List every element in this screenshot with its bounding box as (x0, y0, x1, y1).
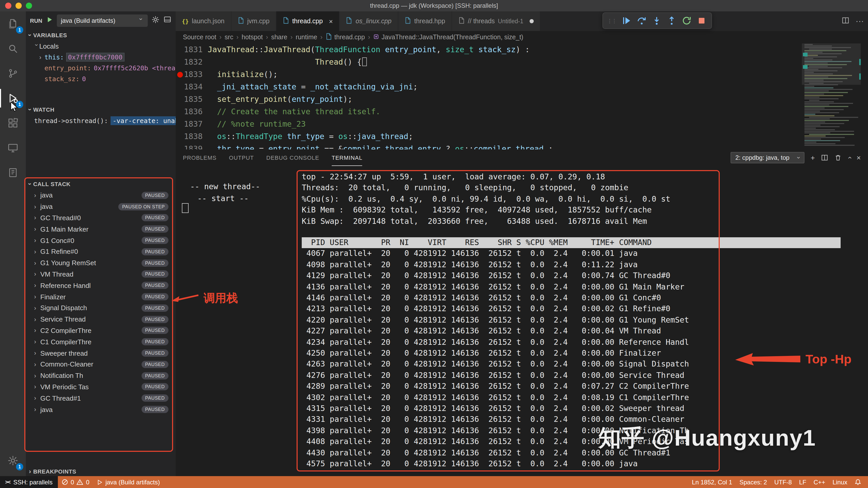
close-window-button[interactable] (5, 3, 11, 9)
variables-group-locals[interactable]: ›Locals (26, 41, 176, 52)
call-stack-thread[interactable]: ›Notification ThPAUSED (26, 370, 176, 381)
debug-config-select[interactable]: java (Build artifacts) › (57, 14, 148, 27)
breadcrumb-item[interactable]: thread.cpp (326, 33, 365, 41)
call-stack-thread[interactable]: ›javaPAUSED ON STEP (26, 201, 176, 212)
call-stack-thread[interactable]: ›Common-CleanerPAUSED (26, 359, 176, 370)
call-stack-thread[interactable]: ›VM ThreadPAUSED (26, 268, 176, 280)
status-item[interactable]: Spaces: 2 (736, 476, 771, 488)
breakpoint-gutter[interactable] (176, 68, 184, 81)
breadcrumb-item[interactable]: runtime (296, 34, 317, 41)
tab-thread-hpp[interactable]: thread.hpp (398, 11, 452, 31)
run-config-status[interactable]: java (Build artifacts) (93, 476, 163, 488)
breadcrumb-item[interactable]: Source root (183, 34, 216, 41)
variables-header[interactable]: › VARIABLES (26, 29, 176, 41)
call-stack-thread[interactable]: ›javaPAUSED (26, 190, 176, 201)
drag-handle-icon[interactable]: ⋮⋮ (607, 18, 616, 24)
tab-jvm-cpp[interactable]: jvm.cpp (231, 11, 276, 31)
step-over-button[interactable] (636, 15, 647, 27)
call-stack-thread[interactable]: ›Signal DispatchPAUSED (26, 303, 176, 314)
variable-row[interactable]: stack_sz:0 (26, 74, 176, 84)
kill-terminal-icon[interactable] (834, 154, 842, 161)
status-item[interactable]: Ln 1852, Col 1 (688, 476, 736, 488)
breakpoint-gutter[interactable] (176, 130, 184, 143)
breadcrumb-item[interactable]: src (225, 34, 233, 41)
breakpoint-gutter[interactable] (176, 56, 184, 68)
status-item[interactable]: C++ (810, 476, 829, 488)
status-item[interactable]: UTF-8 (771, 476, 796, 488)
activity-remote-explorer-icon[interactable] (0, 136, 26, 160)
call-stack-thread[interactable]: ›C2 CompilerThrePAUSED (26, 325, 176, 336)
split-editor-icon[interactable] (842, 16, 849, 26)
variable-row[interactable]: ›this:0x7ffff0bc7000 (26, 52, 176, 62)
terminal[interactable]: -- new thread-- -- start -- top - 22:54:… (176, 166, 868, 476)
call-stack-thread[interactable]: ›Reference HandlPAUSED (26, 280, 176, 291)
watch-header[interactable]: › WATCH (26, 104, 176, 115)
debug-console-panel-icon[interactable] (163, 16, 172, 25)
breakpoint-gutter[interactable] (176, 118, 184, 130)
stop-button[interactable] (695, 15, 707, 27)
panel-tab-output[interactable]: OUTPUT (229, 149, 254, 166)
activity-search-icon[interactable] (0, 36, 26, 61)
call-stack-thread[interactable]: ›javaPAUSED (26, 404, 176, 415)
restart-button[interactable] (680, 15, 692, 27)
split-terminal-icon[interactable] (821, 154, 828, 161)
tab-launch-json[interactable]: {}launch.json (176, 11, 231, 31)
breakpoints-header[interactable]: › BREAKPOINTS (26, 466, 176, 476)
start-debug-icon[interactable] (46, 16, 53, 25)
maximize-panel-icon[interactable]: › (845, 156, 853, 159)
call-stack-thread[interactable]: ›Sweeper threadPAUSED (26, 347, 176, 359)
call-stack-header[interactable]: › CALL STACK (26, 178, 176, 190)
panel-tab-debug-console[interactable]: DEBUG CONSOLE (266, 149, 319, 166)
minimap-slider[interactable] (802, 44, 861, 85)
call-stack-thread[interactable]: ›G1 Refine#0PAUSED (26, 246, 176, 257)
step-into-button[interactable] (650, 15, 662, 27)
problems-status[interactable]: 0 0 (58, 476, 93, 488)
call-stack-thread[interactable]: ›C1 CompilerThrePAUSED (26, 336, 176, 348)
call-stack-thread[interactable]: ›VM Periodic TasPAUSED (26, 381, 176, 393)
call-stack-thread[interactable]: ›G1 Young RemSetPAUSED (26, 257, 176, 269)
call-stack-thread[interactable]: ›G1 Main MarkerPAUSED (26, 224, 176, 235)
breakpoint-gutter[interactable] (176, 143, 184, 149)
continue-button[interactable] (621, 15, 632, 27)
notifications-bell-icon[interactable] (851, 476, 865, 488)
panel-tab-problems[interactable]: PROBLEMS (183, 149, 216, 166)
variable-row[interactable]: entry_point:0x7ffff5c2620b <thread_ (26, 62, 176, 74)
tab-os-linux-cpp[interactable]: os_linux.cpp (340, 11, 398, 31)
breadcrumb-item[interactable]: JavaThread::JavaThread(ThreadFunction, s… (373, 33, 523, 41)
code-editor[interactable]: 1831JavaThread::JavaThread(ThreadFunctio… (176, 44, 796, 149)
call-stack-thread[interactable]: ›FinalizerPAUSED (26, 291, 176, 303)
more-actions-icon[interactable]: ··· (856, 17, 864, 26)
activity-extensions-icon[interactable] (0, 111, 26, 136)
status-item[interactable]: LF (796, 476, 810, 488)
close-panel-icon[interactable]: × (857, 153, 861, 162)
activity-source-control-icon[interactable] (0, 61, 26, 86)
tab--threads[interactable]: // threadsUntitled-1 (452, 11, 540, 31)
minimap[interactable] (802, 44, 861, 149)
new-terminal-icon[interactable]: + (811, 153, 815, 162)
close-icon[interactable]: × (329, 17, 333, 25)
breadcrumb-item[interactable]: hotspot (242, 34, 263, 41)
remote-indicator[interactable]: >< SSH: parallels (0, 476, 58, 488)
call-stack-thread[interactable]: ›Service ThreadPAUSED (26, 314, 176, 325)
zoom-window-button[interactable] (26, 3, 32, 9)
activity-run-debug-icon[interactable]: 1 (0, 86, 26, 111)
breadcrumb-item[interactable]: share (271, 34, 287, 41)
breakpoint-gutter[interactable] (176, 93, 184, 106)
activity-settings-icon[interactable]: 1 (0, 448, 26, 473)
activity-notebook-icon[interactable] (0, 160, 26, 185)
breakpoint-gutter[interactable] (176, 81, 184, 93)
breakpoint-gutter[interactable] (176, 106, 184, 118)
tab-thread-cpp[interactable]: thread.cpp× (276, 11, 339, 31)
status-item[interactable]: Linux (829, 476, 851, 488)
watch-row[interactable]: thread->osthread():-var-create: unab (26, 115, 176, 126)
call-stack-thread[interactable]: ›G1 Conc#0PAUSED (26, 235, 176, 246)
breakpoint-gutter[interactable] (176, 44, 184, 56)
gear-icon[interactable] (151, 16, 160, 25)
panel-tab-terminal[interactable]: TERMINAL (332, 149, 363, 166)
minimize-window-button[interactable] (16, 3, 22, 9)
activity-explorer-icon[interactable]: 1 (0, 11, 26, 36)
step-out-button[interactable] (665, 15, 677, 27)
terminal-select[interactable]: 2: cppdbg: java, top › (731, 152, 804, 163)
call-stack-thread[interactable]: ›GC Thread#0PAUSED (26, 212, 176, 224)
breakpoint-icon[interactable] (177, 71, 183, 77)
